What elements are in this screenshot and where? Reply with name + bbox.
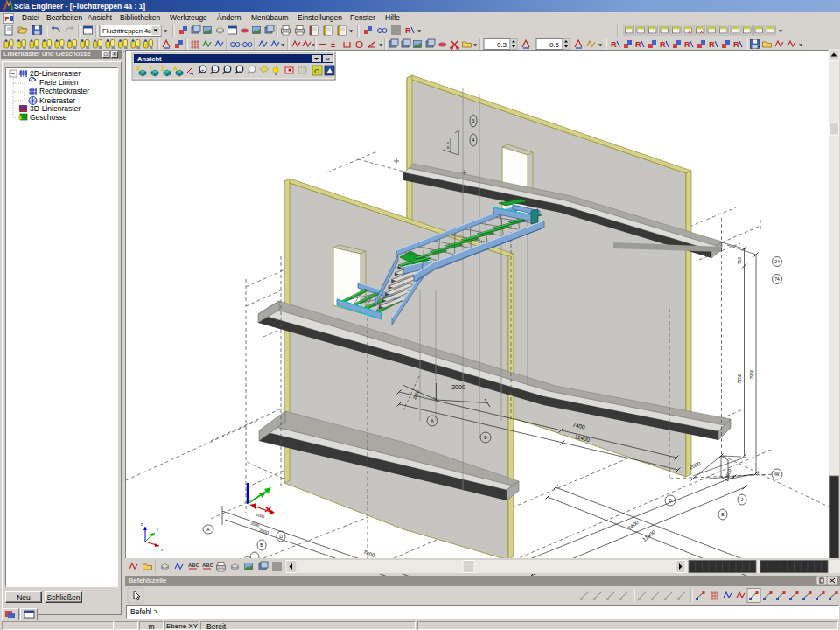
svg-text:24: 24 <box>774 259 780 264</box>
svg-text:74: 74 <box>774 276 780 282</box>
svg-text:B: B <box>260 542 263 548</box>
svg-text:D: D <box>668 498 672 503</box>
svg-text:z: z <box>141 522 144 527</box>
svg-text:2000: 2000 <box>256 513 266 520</box>
svg-text:+: + <box>201 67 204 73</box>
svg-text:y: y <box>157 527 159 532</box>
svg-text:W: W <box>775 472 780 477</box>
svg-text:D: D <box>279 534 283 539</box>
svg-text:F: F <box>5 15 10 23</box>
svg-text:R: R <box>709 40 715 49</box>
svg-text:2000: 2000 <box>452 384 466 390</box>
svg-text:R: R <box>611 40 617 49</box>
svg-text:R: R <box>405 26 411 35</box>
svg-text:R: R <box>733 40 739 49</box>
svg-text:x: x <box>161 547 164 552</box>
svg-text:R: R <box>635 40 641 49</box>
svg-text:X: X <box>136 66 141 72</box>
svg-text:R: R <box>660 40 666 49</box>
svg-text:ABC: ABC <box>188 563 200 568</box>
svg-text:✕: ✕ <box>326 57 330 62</box>
svg-text:E: E <box>721 512 724 517</box>
svg-text:−: − <box>214 67 216 73</box>
svg-text:Freie Linien: Freie Linien <box>39 78 79 87</box>
svg-text:C: C <box>314 67 319 75</box>
svg-text:J: J <box>741 497 744 502</box>
svg-text:Y: Y <box>149 66 153 72</box>
svg-text:2000: 2000 <box>258 527 270 535</box>
svg-text:Rechteckraster: Rechteckraster <box>39 87 89 95</box>
svg-text:4: 4 <box>472 137 475 143</box>
svg-text:2000: 2000 <box>724 468 732 480</box>
svg-text:7960: 7960 <box>749 369 754 379</box>
svg-text:2D-Linienraster: 2D-Linienraster <box>30 69 80 78</box>
svg-text:7400: 7400 <box>362 550 375 558</box>
svg-text:Fluchttreppen 4a: Fluchttreppen 4a <box>102 27 152 35</box>
svg-text:11400: 11400 <box>642 529 657 542</box>
svg-text:2000: 2000 <box>250 522 261 528</box>
svg-text:Ansicht: Ansicht <box>137 55 162 63</box>
svg-text:A: A <box>206 527 210 532</box>
svg-text:ABC: ABC <box>202 563 214 568</box>
svg-text:Z: Z <box>161 66 164 72</box>
svg-text:±: ± <box>331 40 335 49</box>
svg-text:↔: ↔ <box>238 67 243 73</box>
svg-text:0.5: 0.5 <box>550 41 560 49</box>
svg-text:A: A <box>173 66 178 72</box>
svg-text:3D-Linienraster: 3D-Linienraster <box>30 104 80 113</box>
svg-text:7250: 7250 <box>737 374 742 383</box>
svg-text:Geschosse: Geschosse <box>30 113 67 122</box>
svg-text:710: 710 <box>737 257 742 265</box>
svg-text:3: 3 <box>472 118 475 123</box>
svg-text:0.3: 0.3 <box>497 41 508 49</box>
svg-text:R: R <box>684 40 690 49</box>
